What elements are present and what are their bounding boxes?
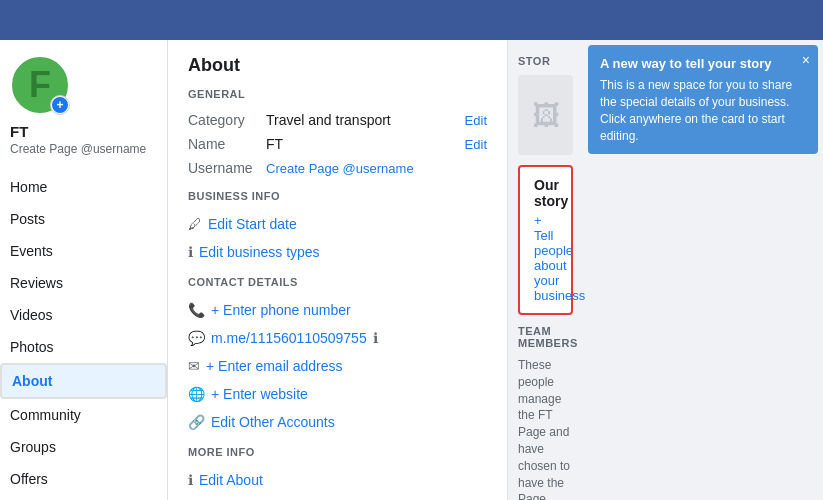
sidebar-item-reviews[interactable]: Reviews bbox=[0, 267, 167, 299]
name-row: Name FT Edit bbox=[188, 132, 487, 156]
username-row: Username Create Page @username bbox=[188, 156, 487, 180]
name-edit-link[interactable]: Edit bbox=[465, 137, 487, 152]
tooltip-body: This is a new space for you to share the… bbox=[600, 77, 806, 144]
sidebar-item-posts[interactable]: Posts bbox=[0, 203, 167, 235]
phone-item[interactable]: 📞 + Enter phone number bbox=[188, 296, 487, 324]
sidebar-item-events[interactable]: Events bbox=[0, 235, 167, 267]
page-name: FT bbox=[10, 123, 28, 140]
edit-impressum-item[interactable]: ℹ Edit Impressum bbox=[188, 494, 487, 500]
calendar-icon: 🖊 bbox=[188, 216, 202, 232]
edit-about-item[interactable]: ℹ Edit About bbox=[188, 466, 487, 494]
accounts-icon: 🔗 bbox=[188, 414, 205, 430]
content-area: About GENERAL Category Travel and transp… bbox=[168, 40, 823, 500]
category-edit-link[interactable]: Edit bbox=[465, 113, 487, 128]
edit-about-icon: ℹ bbox=[188, 472, 193, 488]
sidebar-profile: F + FT Create Page @username bbox=[0, 40, 167, 166]
tooltip-title: A new way to tell your story bbox=[600, 55, 806, 73]
story-header-label: STOR bbox=[518, 55, 550, 67]
tooltip-close-button[interactable]: × bbox=[802, 51, 810, 71]
phone-placeholder: + Enter phone number bbox=[211, 302, 351, 318]
avatar-plus-button[interactable]: + bbox=[50, 95, 70, 115]
sidebar-item-home[interactable]: Home bbox=[0, 171, 167, 203]
edit-start-date-item[interactable]: 🖊 Edit Start date bbox=[188, 210, 487, 238]
messenger-value: m.me/111560110509755 bbox=[211, 330, 367, 346]
more-info-label: MORE INFO bbox=[188, 446, 487, 458]
image-upload-icon: 🖼 bbox=[532, 99, 560, 132]
tell-story-link[interactable]: + Tell people about your business bbox=[534, 213, 557, 303]
name-label: Name bbox=[188, 136, 258, 152]
sidebar-item-about[interactable]: About bbox=[0, 363, 167, 399]
name-value: FT bbox=[266, 136, 283, 152]
general-section-label: GENERAL bbox=[188, 88, 487, 100]
edit-about-label: Edit About bbox=[199, 472, 263, 488]
page-username: Create Page @username bbox=[10, 142, 146, 156]
username-label: Username bbox=[188, 160, 258, 176]
sidebar-item-photos[interactable]: Photos bbox=[0, 331, 167, 363]
avatar-container: F + bbox=[10, 55, 70, 115]
sidebar-item-community[interactable]: Community bbox=[0, 399, 167, 431]
avatar-letter: F bbox=[29, 64, 51, 106]
right-panel: A new way to tell your story × This is a… bbox=[508, 40, 823, 500]
plus-icon: + bbox=[52, 97, 68, 113]
edit-start-date-label: Edit Start date bbox=[208, 216, 297, 232]
phone-icon: 📞 bbox=[188, 302, 205, 318]
sidebar-item-groups[interactable]: Groups bbox=[0, 431, 167, 463]
about-title: About bbox=[188, 55, 487, 76]
info-icon: ℹ bbox=[188, 244, 193, 260]
team-members-header: TEAM MEMBERS bbox=[518, 325, 573, 349]
category-row: Category Travel and transport Edit bbox=[188, 108, 487, 132]
contact-details-label: CONTACT DETAILS bbox=[188, 276, 487, 288]
messenger-icon: 💬 bbox=[188, 330, 205, 346]
sidebar-navigation: Home Posts Events Reviews Videos Photos … bbox=[0, 171, 167, 495]
email-placeholder: + Enter email address bbox=[206, 358, 343, 374]
story-tooltip: A new way to tell your story × This is a… bbox=[588, 45, 818, 154]
team-description: These people manage the FT Page and have… bbox=[518, 357, 573, 500]
website-item[interactable]: 🌐 + Enter website bbox=[188, 380, 487, 408]
our-story-title: Our story bbox=[534, 177, 557, 209]
email-item[interactable]: ✉ + Enter email address bbox=[188, 352, 487, 380]
messenger-item[interactable]: 💬 m.me/111560110509755 ℹ bbox=[188, 324, 487, 352]
globe-icon: 🌐 bbox=[188, 386, 205, 402]
sidebar-item-videos[interactable]: Videos bbox=[0, 299, 167, 331]
username-create-link[interactable]: Create Page @username bbox=[266, 161, 414, 176]
cover-image-placeholder[interactable]: 🖼 bbox=[518, 75, 573, 155]
team-members-section: TEAM MEMBERS These people manage the FT … bbox=[518, 325, 573, 500]
sidebar-item-offers[interactable]: Offers bbox=[0, 463, 167, 495]
category-label: Category bbox=[188, 112, 258, 128]
other-accounts-item[interactable]: 🔗 Edit Other Accounts bbox=[188, 408, 487, 436]
top-navigation-bar bbox=[0, 0, 823, 40]
email-icon: ✉ bbox=[188, 358, 200, 374]
about-panel: About GENERAL Category Travel and transp… bbox=[168, 40, 508, 500]
category-value: Travel and transport bbox=[266, 112, 391, 128]
edit-business-types-label: Edit business types bbox=[199, 244, 320, 260]
our-story-box[interactable]: Our story + Tell people about your busin… bbox=[518, 165, 573, 315]
website-placeholder: + Enter website bbox=[211, 386, 308, 402]
other-accounts-label: Edit Other Accounts bbox=[211, 414, 335, 430]
sidebar: F + FT Create Page @username Home Posts … bbox=[0, 40, 168, 500]
info-messenger-icon: ℹ bbox=[373, 330, 378, 346]
business-info-label: BUSINESS INFO bbox=[188, 190, 487, 202]
edit-business-types-item[interactable]: ℹ Edit business types bbox=[188, 238, 487, 266]
